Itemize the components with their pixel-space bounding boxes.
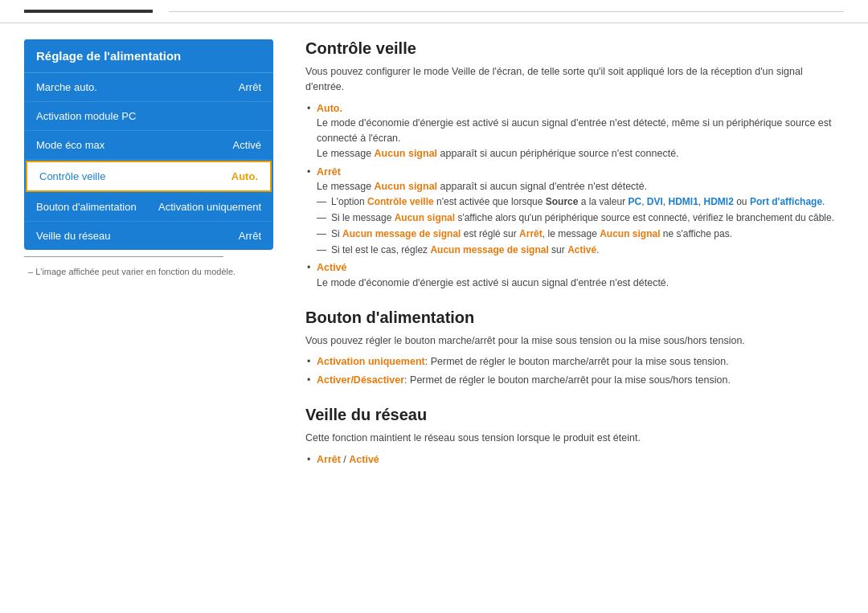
top-bar-line <box>169 11 844 12</box>
sidebar-note: – L'image affichée peut varier en foncti… <box>24 267 273 276</box>
sidebar-item-veille-reseau[interactable]: Veille du réseau Arrêt <box>24 222 273 250</box>
term-activer-desactiver: Activer/Désactiver <box>317 374 404 386</box>
sidebar-item-label: Contrôle veille <box>39 170 105 182</box>
sidebar-item-value: Arrêt <box>239 230 261 242</box>
term-active: Activé <box>317 262 347 273</box>
veille-list: Arrêt / Activé <box>305 452 844 468</box>
term-active-veille: Activé <box>349 454 379 465</box>
term-arret-veille: Arrêt <box>317 454 341 465</box>
auto-sub2: Le message Aucun signal apparaît si aucu… <box>317 148 679 159</box>
bouton-list: Activation uniquement: Permet de régler … <box>305 354 844 388</box>
sidebar-item-bouton-alimentation[interactable]: Bouton d'alimentation Activation uniquem… <box>24 193 273 222</box>
top-bar <box>0 0 868 23</box>
section-title-controle-veille: Contrôle veille <box>305 39 844 58</box>
sidebar-item-label: Bouton d'alimentation <box>36 201 137 213</box>
term-activation: Activation uniquement <box>317 356 425 367</box>
activation-text: : Permet de régler le bouton marche/arrê… <box>425 356 729 367</box>
sidebar-menu: Réglage de l'alimentation Marche auto. A… <box>24 39 273 250</box>
section-bouton-alimentation: Bouton d'alimentation Vous pouvez régler… <box>305 309 844 388</box>
dash-item-1: L'option Contrôle veille n'est activée q… <box>317 194 844 209</box>
list-item-arret: Arrêt Le message Aucun signal apparaît s… <box>305 165 844 258</box>
sidebar-divider <box>24 256 223 257</box>
sidebar-item-label: Mode éco max <box>36 139 104 151</box>
list-item-activation: Activation uniquement: Permet de régler … <box>305 354 844 370</box>
section-intro-bouton: Vous pouvez régler le bouton marche/arrê… <box>305 333 844 349</box>
controle-veille-list: Auto. Le mode d'économie d'énergie est a… <box>305 101 844 291</box>
section-veille-reseau: Veille du réseau Cette fonction maintien… <box>305 406 844 468</box>
sidebar-item-label: Veille du réseau <box>36 230 111 242</box>
sidebar-item-marche-auto[interactable]: Marche auto. Arrêt <box>24 73 273 102</box>
top-bar-decoration <box>24 10 153 13</box>
sidebar-item-label: Marche auto. <box>36 81 97 93</box>
list-item-activer-desactiver: Activer/Désactiver: Permet de régler le … <box>305 373 844 388</box>
main-content: Contrôle veille Vous pouvez configurer l… <box>297 39 844 484</box>
term-auto: Auto. <box>317 103 342 114</box>
arret-sub1: Le message Aucun signal apparaît si aucu… <box>317 181 647 192</box>
section-intro-veille: Cette fonction maintient le réseau sous … <box>305 431 844 446</box>
list-item-active: Activé Le mode d'économie d'énergie est … <box>305 260 844 291</box>
sidebar-item-activation-module[interactable]: Activation module PC <box>24 102 273 131</box>
section-title-veille: Veille du réseau <box>305 406 844 424</box>
term-arret: Arrêt <box>317 166 341 178</box>
sidebar-title: Réglage de l'alimentation <box>24 39 273 73</box>
section-controle-veille: Contrôle veille Vous pouvez configurer l… <box>305 39 844 291</box>
sidebar: Réglage de l'alimentation Marche auto. A… <box>24 39 273 484</box>
section-title-bouton: Bouton d'alimentation <box>305 309 844 327</box>
sidebar-item-value: Arrêt <box>239 81 261 93</box>
activer-text: : Permet de régler le bouton marche/arrê… <box>404 374 731 386</box>
sidebar-item-label: Activation module PC <box>36 110 136 122</box>
page-content: Réglage de l'alimentation Marche auto. A… <box>0 23 868 501</box>
dash-item-2: Si le message Aucun signal s'affiche alo… <box>317 210 844 225</box>
sep-veille: / <box>341 454 349 465</box>
list-item-arret-active: Arrêt / Activé <box>305 452 844 468</box>
sidebar-item-mode-eco[interactable]: Mode éco max Activé <box>24 131 273 160</box>
dash-item-4: Si tel est le cas, réglez Aucun message … <box>317 243 844 257</box>
section-intro-controle-veille: Vous pouvez configurer le mode Veille de… <box>305 64 844 95</box>
sidebar-item-value: Activé <box>233 139 261 151</box>
list-item-auto: Auto. Le mode d'économie d'énergie est a… <box>305 101 844 161</box>
sidebar-item-controle-veille[interactable]: Contrôle veille Auto. <box>26 161 272 192</box>
sidebar-item-value: Activation uniquement <box>158 201 261 213</box>
active-sub: Le mode d'économie d'énergie est activé … <box>317 277 669 288</box>
sidebar-item-value: Auto. <box>231 170 258 182</box>
auto-sub1: Le mode d'économie d'énergie est activé … <box>317 117 831 144</box>
dash-item-3: Si Aucun message de signal est réglé sur… <box>317 227 844 241</box>
